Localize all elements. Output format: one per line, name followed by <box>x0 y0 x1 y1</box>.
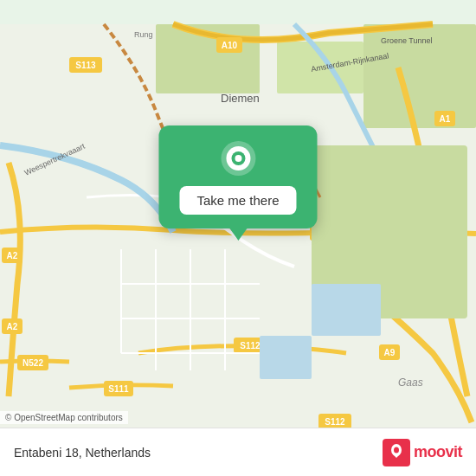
svg-text:Groene Tunnel: Groene Tunnel <box>381 36 433 45</box>
svg-text:A1: A1 <box>440 114 451 124</box>
svg-text:S111: S111 <box>108 384 129 394</box>
moovit-brand-text: moovit <box>414 443 462 461</box>
svg-text:A2: A2 <box>7 322 18 331</box>
svg-text:A10: A10 <box>222 41 238 50</box>
svg-rect-32 <box>260 336 312 379</box>
location-pin-icon <box>219 139 257 177</box>
map-container[interactable]: S112 S113 S113 A10 A1 A9 A9 A2 A2 S111 N… <box>0 0 476 476</box>
bottom-bar: Entabeni 18, Netherlands moovit <box>0 428 476 476</box>
svg-point-43 <box>235 155 241 162</box>
popup-tail <box>229 228 247 241</box>
moovit-logo: moovit <box>383 439 462 466</box>
address-label: Entabeni 18, Netherlands <box>14 446 151 460</box>
svg-text:S112: S112 <box>325 417 345 427</box>
svg-text:Rung: Rung <box>134 30 153 39</box>
copyright-text: © OpenStreetMap contributors <box>5 413 123 422</box>
svg-text:Diemen: Diemen <box>221 92 260 105</box>
svg-text:S113: S113 <box>75 61 96 70</box>
svg-rect-31 <box>312 284 381 336</box>
moovit-icon <box>383 439 410 466</box>
svg-text:S112: S112 <box>240 341 261 351</box>
svg-point-46 <box>394 447 399 453</box>
take-me-there-button[interactable]: Take me there <box>179 186 296 215</box>
svg-text:Gaas: Gaas <box>398 376 423 389</box>
location-popup: Take me there <box>158 125 317 228</box>
map-attribution: © OpenStreetMap contributors <box>0 411 128 424</box>
svg-text:A2: A2 <box>7 251 18 261</box>
address-section: Entabeni 18, Netherlands <box>14 446 151 460</box>
svg-text:N522: N522 <box>23 358 43 368</box>
svg-text:A9: A9 <box>384 348 396 357</box>
